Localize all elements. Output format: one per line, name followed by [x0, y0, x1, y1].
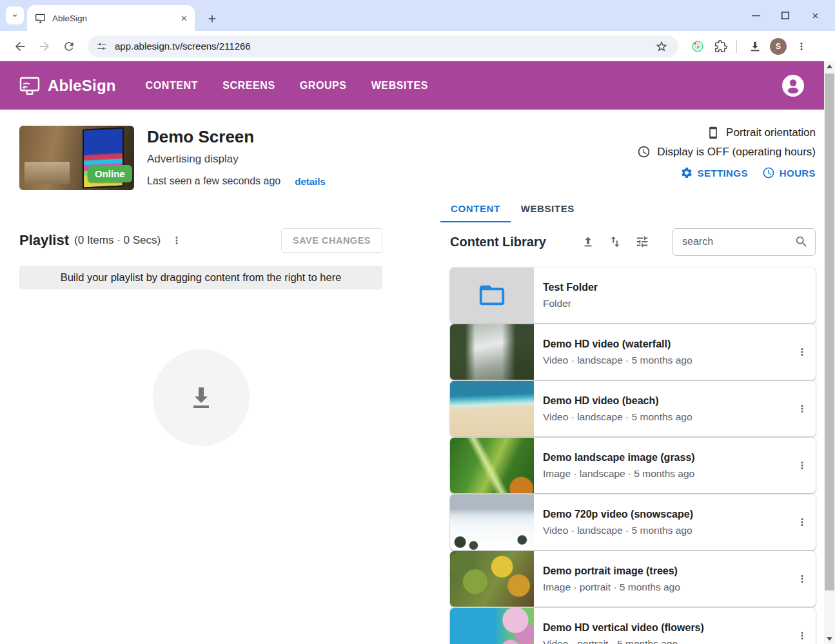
library-item-title: Demo 720p video (snowscape)	[543, 509, 693, 520]
library-item-thumbnail	[450, 608, 534, 644]
library-title: Content Library	[450, 235, 546, 249]
page-scrollbar[interactable]	[824, 61, 835, 644]
forward-button[interactable]	[34, 35, 55, 57]
tab-content[interactable]: CONTENT	[440, 197, 511, 222]
favicon-monitor-icon	[35, 14, 46, 23]
upload-icon[interactable]	[578, 232, 598, 251]
account-avatar-icon[interactable]	[781, 74, 805, 97]
url-bar[interactable]: app.ablesign.tv/screens/211266	[88, 35, 678, 57]
item-menu-icon[interactable]	[796, 346, 808, 358]
scrollbar-thumb[interactable]	[825, 73, 834, 590]
app-navbar: AbleSign CONTENT SCREENS GROUPS WEBSITES	[0, 61, 824, 110]
library-item-title: Demo landscape image (grass)	[543, 452, 695, 463]
hours-label: HOURS	[780, 168, 816, 179]
display-status-text: Display is OFF (operating hours)	[657, 146, 816, 159]
save-changes-button[interactable]: SAVE CHANGES	[281, 228, 382, 253]
status-badge: Online	[88, 165, 132, 182]
nav-item-groups[interactable]: GROUPS	[300, 80, 347, 92]
screen-header: Online Demo Screen Advertising display L…	[0, 110, 835, 190]
library-item-meta: Video · landscape · 5 months ago	[543, 411, 693, 423]
sort-icon[interactable]	[605, 232, 625, 251]
library-item-title: Demo HD vertical video (flowers)	[543, 622, 704, 634]
app-nav: CONTENT SCREENS GROUPS WEBSITES	[146, 80, 453, 92]
brand-name: AbleSign	[48, 77, 116, 95]
library-item-meta: Video · portrait · 5 months ago	[543, 638, 704, 644]
playlist-title: Playlist	[19, 232, 69, 249]
library-item-title: Demo HD video (beach)	[543, 395, 693, 407]
scrollbar-up-arrow[interactable]	[824, 61, 835, 72]
library-item-thumbnail	[450, 551, 534, 607]
library-item-meta: Video · landscape · 5 months ago	[543, 355, 693, 366]
item-menu-icon[interactable]	[796, 460, 808, 471]
library-item[interactable]: Demo HD vertical video (flowers) Video ·…	[450, 608, 816, 644]
downloads-icon[interactable]	[745, 36, 765, 57]
nav-item-websites[interactable]: WEBSITES	[371, 80, 428, 92]
scrollbar-down-arrow[interactable]	[824, 634, 835, 644]
library-item[interactable]: Demo landscape image (grass) Image · lan…	[450, 438, 816, 493]
reload-button[interactable]	[58, 35, 80, 57]
library-item-meta: Image · landscape · 5 months ago	[543, 468, 695, 480]
download-drop-icon	[186, 382, 217, 413]
tab-title: AbleSign	[52, 14, 178, 23]
new-tab-button[interactable]	[206, 13, 218, 24]
library-item[interactable]: Test Folder Folder	[450, 268, 816, 323]
item-menu-icon[interactable]	[796, 630, 808, 641]
url-text[interactable]: app.ablesign.tv/screens/211266	[115, 41, 649, 52]
ablesign-logo-icon	[19, 77, 40, 95]
browser-tab[interactable]: AbleSign	[27, 5, 195, 31]
details-link[interactable]: details	[295, 176, 326, 187]
page-title: Demo Screen	[147, 127, 326, 147]
settings-button[interactable]: SETTINGS	[680, 166, 748, 179]
extension-badge-icon[interactable]	[687, 36, 708, 57]
search-icon[interactable]	[794, 235, 809, 249]
content-tabs: CONTENT WEBSITES	[440, 197, 835, 222]
playlist-dropzone[interactable]	[153, 349, 250, 446]
portrait-orientation-icon	[707, 126, 720, 140]
bookmark-star-icon[interactable]	[651, 36, 672, 57]
screen-subtitle: Advertising display	[147, 153, 326, 166]
window-close-button[interactable]	[800, 0, 830, 31]
window-minimize-button[interactable]	[741, 0, 771, 31]
hours-clock-icon	[762, 166, 775, 179]
browser-profile-avatar[interactable]: S	[768, 36, 789, 57]
back-button[interactable]	[9, 35, 31, 57]
library-item[interactable]: Demo 720p video (snowscape) Video · land…	[450, 494, 816, 550]
browser-toolbar: app.ablesign.tv/screens/211266 S	[0, 31, 835, 61]
item-menu-icon[interactable]	[796, 403, 808, 415]
search-box[interactable]	[673, 228, 816, 256]
library-item[interactable]: Demo HD video (beach) Video · landscape …	[450, 381, 816, 436]
nav-item-screens[interactable]: SCREENS	[222, 80, 275, 92]
window-maximize-button[interactable]	[771, 0, 800, 31]
library-item-meta: Folder	[543, 298, 598, 309]
filter-tune-icon[interactable]	[633, 232, 652, 251]
tab-search-chevron-icon[interactable]	[6, 6, 24, 24]
browser-menu-icon[interactable]	[791, 36, 812, 57]
hours-button[interactable]: HOURS	[762, 166, 816, 179]
library-list: Test Folder Folder Demo HD video (waterf…	[450, 268, 816, 644]
playlist-panel: Playlist (0 Items · 0 Secs) SAVE CHANGES…	[19, 228, 382, 644]
search-input[interactable]	[682, 236, 791, 248]
nav-item-content[interactable]: CONTENT	[146, 80, 199, 92]
settings-label: SETTINGS	[698, 168, 748, 179]
library-item-thumbnail	[450, 494, 534, 550]
item-menu-icon[interactable]	[796, 573, 808, 585]
screen-thumbnail-photo[interactable]: Online	[19, 126, 134, 190]
brand[interactable]: AbleSign	[19, 77, 116, 95]
tab-close-icon[interactable]	[178, 12, 190, 24]
library-item-title: Demo HD video (waterfall)	[543, 338, 693, 350]
toolbar-divider	[736, 40, 737, 53]
clock-icon	[637, 145, 651, 159]
library-item[interactable]: Demo portrait image (trees) Image · port…	[450, 551, 816, 607]
extensions-puzzle-icon[interactable]	[711, 36, 731, 57]
tab-websites[interactable]: WEBSITES	[511, 197, 585, 222]
browser-tab-strip: AbleSign	[0, 0, 835, 31]
playlist-empty-hint: Build your playlist by dragging content …	[19, 266, 382, 289]
library-item[interactable]: Demo HD video (waterfall) Video · landsc…	[450, 324, 816, 380]
library-item-thumbnail	[450, 438, 534, 493]
item-menu-icon[interactable]	[796, 516, 808, 528]
library-item-thumbnail	[450, 324, 534, 380]
site-info-icon[interactable]	[97, 41, 107, 52]
library-item-meta: Image · portrait · 5 months ago	[543, 581, 680, 593]
playlist-menu-icon[interactable]	[171, 235, 182, 246]
content-library-panel: Content Library	[450, 228, 816, 644]
